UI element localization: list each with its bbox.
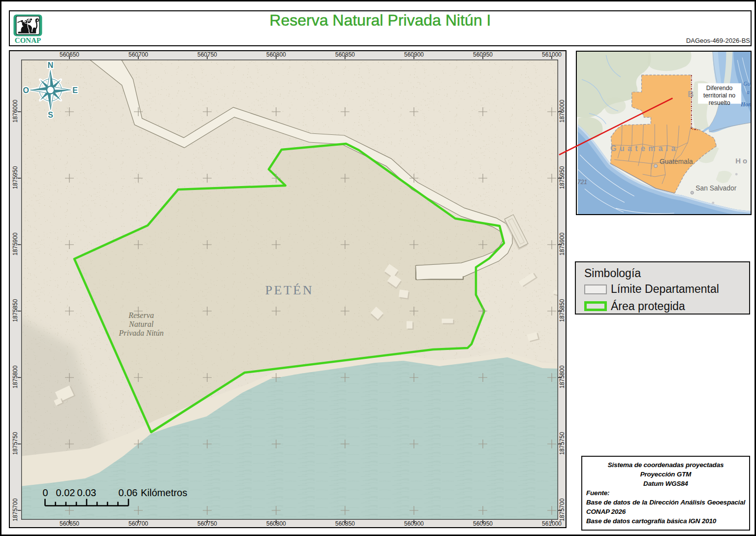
svg-text:Privada Nitún: Privada Nitún — [118, 329, 163, 337]
svg-text:E: E — [72, 86, 78, 95]
svg-text:Diferendo: Diferendo — [706, 85, 733, 92]
svg-text:721: 721 — [577, 179, 587, 186]
svg-text:0.06: 0.06 — [119, 487, 138, 498]
svg-text:Guatemala: Guatemala — [660, 158, 693, 165]
svg-text:0.03: 0.03 — [77, 487, 96, 498]
svg-text:resuelto: resuelto — [709, 99, 730, 106]
svg-text:PETÉN: PETÉN — [265, 283, 314, 297]
svg-text:0.02: 0.02 — [56, 487, 75, 498]
svg-text:territorial no: territorial no — [703, 92, 735, 99]
svg-text:0: 0 — [42, 487, 48, 498]
svg-text:N: N — [48, 61, 54, 69]
svg-text:S: S — [48, 111, 53, 119]
svg-text:Kilómetros: Kilómetros — [141, 487, 187, 498]
svg-text:B: B — [688, 90, 693, 99]
svg-text:a: a — [747, 89, 750, 95]
svg-text:Guatemala: Guatemala — [610, 144, 679, 153]
svg-text:Natural: Natural — [128, 320, 154, 328]
svg-text:Hond: Hond — [740, 101, 752, 108]
svg-text:San Salvador: San Salvador — [695, 184, 736, 192]
svg-text:Reserva: Reserva — [128, 311, 154, 319]
svg-text:Ho: Ho — [735, 157, 749, 165]
svg-text:O: O — [23, 86, 29, 95]
svg-text:Gu: Gu — [743, 80, 751, 87]
